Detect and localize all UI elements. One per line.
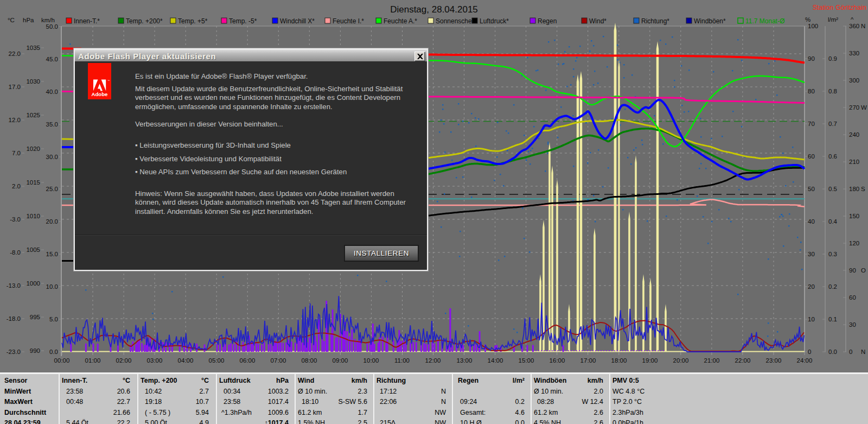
svg-text:02:00: 02:00 (116, 357, 132, 364)
svg-text:Feuchte A.*: Feuchte A.* (384, 17, 417, 25)
svg-text:Regen: Regen (538, 17, 557, 25)
svg-text:°C: °C (8, 17, 15, 23)
svg-text:360: 360 (849, 23, 859, 29)
svg-text:Luftdruck*: Luftdruck* (480, 17, 509, 25)
svg-text:N: N (861, 23, 865, 29)
svg-text:40: 40 (808, 218, 815, 225)
svg-text:^: ^ (851, 16, 854, 23)
svg-text:45.0: 45.0 (46, 56, 58, 62)
svg-text:18:00: 18:00 (611, 357, 627, 364)
svg-text:-3.0: -3.0 (10, 216, 21, 223)
svg-text:10.0: 10.0 (46, 283, 58, 290)
svg-text:S: S (861, 186, 865, 192)
svg-text:70: 70 (808, 121, 815, 127)
svg-text:120: 120 (849, 240, 859, 246)
svg-text:11:00: 11:00 (394, 357, 410, 364)
svg-text:Station Göritzhain: Station Göritzhain (813, 4, 866, 11)
svg-text:12:00: 12:00 (425, 357, 441, 364)
svg-text:0.9: 0.9 (828, 55, 837, 62)
svg-text:50: 50 (808, 186, 815, 192)
svg-text:21:00: 21:00 (704, 357, 720, 364)
svg-text:1000: 1000 (26, 280, 40, 287)
svg-text:™: ™ (107, 79, 110, 82)
svg-text:100: 100 (808, 23, 818, 29)
svg-text:hPa: hPa (23, 17, 34, 23)
svg-text:0.6: 0.6 (828, 153, 837, 160)
svg-text:Feuchte I.*: Feuchte I.* (333, 17, 364, 25)
svg-text:km/h: km/h (41, 17, 55, 23)
svg-text:0.5: 0.5 (828, 186, 837, 192)
svg-text:1025: 1025 (26, 112, 40, 118)
svg-text:09:00: 09:00 (333, 357, 348, 364)
svg-text:12.0: 12.0 (9, 117, 21, 123)
svg-text:Richtung*: Richtung* (641, 17, 669, 25)
svg-text:15.0: 15.0 (46, 251, 58, 257)
svg-text:-18.0: -18.0 (7, 315, 21, 322)
svg-text:%: % (805, 16, 810, 23)
svg-text:50.0: 50.0 (46, 23, 58, 30)
svg-text:11.7 Monat-Ø: 11.7 Monat-Ø (745, 17, 784, 25)
svg-text:240: 240 (849, 131, 859, 138)
svg-text:1035: 1035 (26, 45, 40, 51)
svg-text:20.0: 20.0 (46, 218, 58, 225)
svg-text:Wind*: Wind* (589, 17, 607, 25)
svg-text:60: 60 (849, 294, 856, 301)
svg-text:995: 995 (30, 314, 40, 320)
svg-text:24:00: 24:00 (797, 357, 813, 364)
svg-text:01:00: 01:00 (85, 357, 101, 364)
svg-text:330: 330 (849, 50, 859, 56)
svg-text:16:00: 16:00 (550, 357, 565, 364)
svg-text:Windböen*: Windböen* (694, 17, 726, 25)
svg-text:-13.0: -13.0 (7, 282, 21, 289)
svg-text:00:00: 00:00 (54, 357, 70, 364)
svg-text:1005: 1005 (26, 246, 40, 253)
svg-text:10:00: 10:00 (363, 357, 379, 364)
svg-text:30: 30 (808, 251, 815, 257)
svg-text:O: O (861, 267, 866, 274)
svg-text:1010: 1010 (26, 213, 40, 219)
svg-text:0: 0 (849, 349, 852, 355)
svg-text:15:00: 15:00 (519, 357, 534, 364)
svg-text:0.2: 0.2 (828, 283, 837, 290)
svg-text:0.8: 0.8 (828, 88, 837, 94)
svg-text:0.3: 0.3 (828, 251, 837, 257)
svg-text:13:00: 13:00 (457, 357, 473, 364)
svg-text:08:00: 08:00 (302, 357, 317, 364)
svg-text:2.0: 2.0 (12, 183, 21, 189)
svg-text:Windchill X*: Windchill X* (280, 17, 315, 25)
svg-text:0.4: 0.4 (828, 218, 838, 225)
svg-text:0.7: 0.7 (828, 121, 837, 127)
svg-text:04:00: 04:00 (178, 357, 194, 364)
svg-text:180: 180 (849, 186, 859, 192)
svg-text:05:00: 05:00 (209, 357, 225, 364)
svg-text:90: 90 (849, 267, 856, 274)
svg-text:270: 270 (849, 104, 859, 111)
svg-text:0.0: 0.0 (828, 349, 837, 355)
svg-text:0: 0 (808, 349, 811, 355)
svg-text:W: W (861, 104, 867, 111)
svg-text:80: 80 (808, 88, 815, 94)
svg-text:5.0: 5.0 (49, 316, 58, 322)
svg-text:Temp. +5*: Temp. +5* (178, 17, 208, 25)
svg-text:l/m²: l/m² (828, 16, 838, 23)
svg-text:-23.0: -23.0 (7, 349, 21, 355)
svg-text:N: N (861, 349, 865, 355)
svg-text:7.0: 7.0 (12, 150, 21, 156)
svg-text:60: 60 (808, 153, 815, 160)
svg-text:20:00: 20:00 (673, 357, 689, 364)
svg-text:40.0: 40.0 (46, 88, 58, 95)
svg-text:Adobe: Adobe (92, 91, 108, 97)
svg-text:30.0: 30.0 (46, 154, 58, 160)
svg-text:25.0: 25.0 (46, 186, 58, 192)
svg-text:Sonnenschein: Sonnenschein (436, 17, 477, 25)
svg-text:03:00: 03:00 (147, 357, 163, 364)
svg-text:1020: 1020 (26, 145, 40, 152)
svg-text:150: 150 (849, 213, 859, 219)
svg-text:23:00: 23:00 (766, 357, 782, 364)
svg-text:35.0: 35.0 (46, 121, 58, 128)
svg-text:-8.0: -8.0 (10, 249, 21, 256)
svg-text:300: 300 (849, 77, 859, 84)
svg-text:17:00: 17:00 (580, 357, 596, 364)
svg-text:0.0: 0.0 (49, 349, 58, 355)
svg-text:14:00: 14:00 (488, 357, 503, 364)
